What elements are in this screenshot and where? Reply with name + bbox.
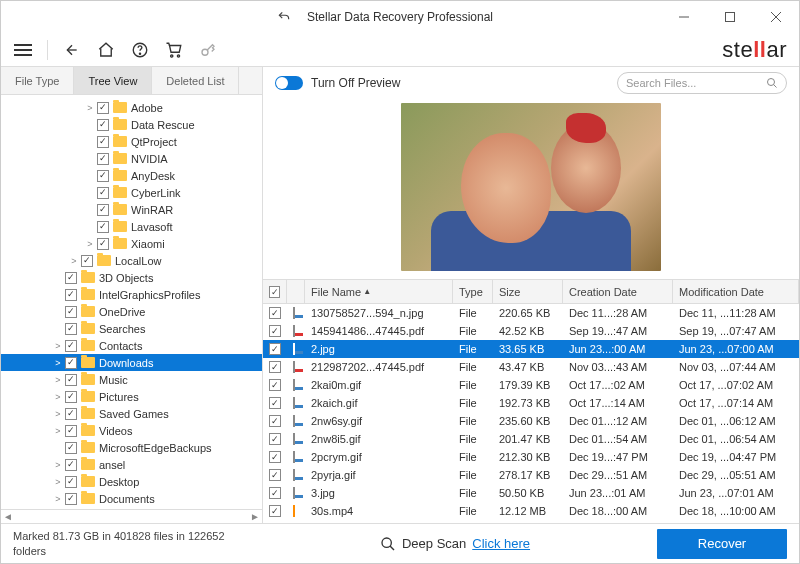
preview-toggle-label: Turn Off Preview — [311, 76, 400, 90]
statusbar: Marked 81.73 GB in 401828 files in 12265… — [1, 523, 799, 563]
preview-image — [401, 103, 661, 271]
svg-point-12 — [768, 79, 775, 86]
tree-item[interactable]: >✓Adobe — [1, 99, 262, 116]
file-table: ✓ File Name▲ Type Size Creation Date Mod… — [263, 279, 799, 523]
cart-icon[interactable] — [164, 40, 184, 60]
tree-item[interactable]: >✓Xiaomi — [1, 235, 262, 252]
svg-rect-1 — [726, 13, 735, 22]
table-row[interactable]: ✓2.jpgFile33.65 KBJun 23...:00 AMJun 23,… — [263, 340, 799, 358]
back-icon[interactable] — [62, 40, 82, 60]
recover-button[interactable]: Recover — [657, 529, 787, 559]
home-icon[interactable] — [96, 40, 116, 60]
search-placeholder: Search Files... — [626, 77, 696, 89]
right-panel: Turn Off Preview Search Files... ✓ File … — [263, 67, 799, 523]
tree-item[interactable]: ✓WinRAR — [1, 201, 262, 218]
table-row[interactable]: ✓145941486...47445.pdfFile42.52 KBSep 19… — [263, 322, 799, 340]
tree-item[interactable]: ✓Searches — [1, 320, 262, 337]
tab-file-type[interactable]: File Type — [1, 67, 74, 94]
preview-toggle[interactable]: Turn Off Preview — [275, 76, 400, 90]
svg-point-11 — [202, 49, 208, 55]
titlebar: Stellar Data Recovery Professional — [1, 1, 799, 33]
tree-item[interactable]: ✓CyberLink — [1, 184, 262, 201]
tree-item[interactable]: >✓Pictures — [1, 388, 262, 405]
table-row[interactable]: ✓2kai0m.gifFile179.39 KBOct 17...:02 AMO… — [263, 376, 799, 394]
svg-point-10 — [177, 54, 179, 56]
magnifier-icon — [380, 536, 396, 552]
toolbar: stellar — [1, 33, 799, 67]
tab-tree-view[interactable]: Tree View — [74, 67, 152, 94]
tree-item[interactable]: ✓MicrosoftEdgeBackups — [1, 439, 262, 456]
tab-deleted-list[interactable]: Deleted List — [152, 67, 239, 94]
tree-item[interactable]: >✓ansel — [1, 456, 262, 473]
table-row[interactable]: ✓212987202...47445.pdfFile43.47 KBNov 03… — [263, 358, 799, 376]
left-panel: File Type Tree View Deleted List >✓Adobe… — [1, 67, 263, 523]
header-filename[interactable]: File Name▲ — [305, 280, 453, 303]
header-modification-date[interactable]: Modification Date — [673, 280, 799, 303]
svg-point-8 — [139, 53, 140, 54]
tree-item[interactable]: ✓QtProject — [1, 133, 262, 150]
deep-scan: Deep Scan Click here — [380, 536, 530, 552]
table-row[interactable]: ✓2nw6sy.gifFile235.60 KBDec 01...:12 AMD… — [263, 412, 799, 430]
table-row[interactable]: ✓2kaich.gifFile192.73 KBOct 17...:14 AMO… — [263, 394, 799, 412]
brand-logo: stellar — [722, 37, 787, 63]
table-row[interactable]: ✓2nw8i5.gifFile201.47 KBDec 01...:54 AMD… — [263, 430, 799, 448]
header-checkbox[interactable]: ✓ — [263, 280, 287, 303]
tree-item[interactable]: >✓Contacts — [1, 337, 262, 354]
status-text: Marked 81.73 GB in 401828 files in 12265… — [13, 529, 253, 558]
tree-item[interactable]: >✓Documents — [1, 490, 262, 507]
tree-item[interactable]: >✓Saved Games — [1, 405, 262, 422]
tabbar: File Type Tree View Deleted List — [1, 67, 262, 95]
tree-item[interactable]: >✓Music — [1, 371, 262, 388]
tree-item[interactable]: >✓Downloads — [1, 354, 262, 371]
search-input[interactable]: Search Files... — [617, 72, 787, 94]
table-row[interactable]: ✓2pyrja.gifFile278.17 KBDec 29...:51 AMD… — [263, 466, 799, 484]
folder-tree[interactable]: >✓Adobe✓Data Rescue✓QtProject✓NVIDIA✓Any… — [1, 95, 262, 509]
tree-item[interactable]: ✓AnyDesk — [1, 167, 262, 184]
deep-scan-link[interactable]: Click here — [472, 536, 530, 551]
undo-icon[interactable] — [277, 10, 291, 24]
svg-point-9 — [171, 54, 173, 56]
table-row[interactable]: ✓130758527...594_n.jpgFile220.65 KBDec 1… — [263, 304, 799, 322]
tree-item[interactable]: ✓OneDrive — [1, 303, 262, 320]
tree-item[interactable]: >✓Desktop — [1, 473, 262, 490]
header-type[interactable]: Type — [453, 280, 493, 303]
tree-item[interactable]: >✓LocalLow — [1, 252, 262, 269]
menu-icon[interactable] — [13, 40, 33, 60]
tree-item[interactable]: ✓3D Objects — [1, 269, 262, 286]
svg-line-13 — [774, 85, 777, 88]
window-title: Stellar Data Recovery Professional — [307, 10, 493, 24]
toggle-switch[interactable] — [275, 76, 303, 90]
table-row[interactable]: ✓3.jpgFile50.50 KBJun 23...:01 AMJun 23,… — [263, 484, 799, 502]
minimize-button[interactable] — [661, 1, 707, 33]
tree-item[interactable]: ✓IntelGraphicsProfiles — [1, 286, 262, 303]
table-row[interactable]: ✓2pcrym.gifFile212.30 KBDec 19...:47 PMD… — [263, 448, 799, 466]
table-row[interactable]: ✓30s.mp4File12.12 MBDec 18...:00 AMDec 1… — [263, 502, 799, 520]
maximize-button[interactable] — [707, 1, 753, 33]
close-button[interactable] — [753, 1, 799, 33]
deep-scan-label: Deep Scan — [402, 536, 466, 551]
tree-item[interactable]: ✓NVIDIA — [1, 150, 262, 167]
svg-point-14 — [382, 538, 391, 547]
header-creation-date[interactable]: Creation Date — [563, 280, 673, 303]
tree-item[interactable]: ✓Lavasoft — [1, 218, 262, 235]
horizontal-scrollbar[interactable]: ◄► — [1, 509, 262, 523]
tree-item[interactable]: ✓Data Rescue — [1, 116, 262, 133]
help-icon[interactable] — [130, 40, 150, 60]
table-header: ✓ File Name▲ Type Size Creation Date Mod… — [263, 280, 799, 304]
svg-line-15 — [390, 546, 394, 550]
key-icon[interactable] — [198, 40, 218, 60]
tree-item[interactable]: >✓Videos — [1, 422, 262, 439]
search-icon — [766, 77, 778, 89]
header-size[interactable]: Size — [493, 280, 563, 303]
